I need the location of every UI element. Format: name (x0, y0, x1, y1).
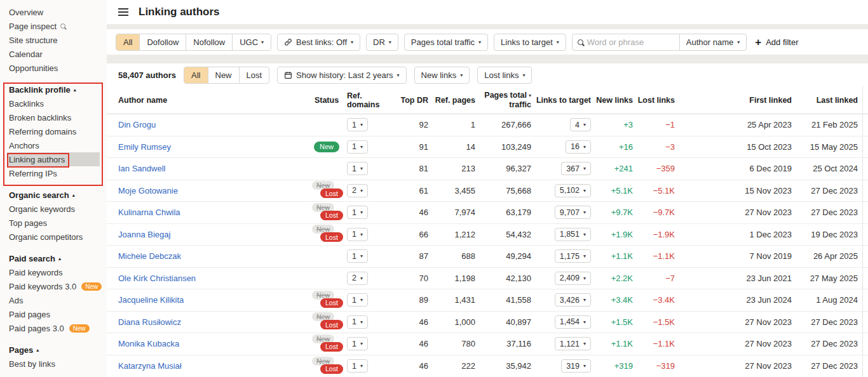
author-link[interactable]: Monika Kubacka (118, 339, 179, 348)
links-to-target-dropdown[interactable]: 5,102▾ (555, 184, 591, 197)
links-to-target-dropdown[interactable]: 1,175▾ (555, 249, 591, 263)
links-to-target-dropdown[interactable]: 1,454▾ (555, 315, 591, 329)
sidebar-item-paid-pages[interactable]: Paid pages (9, 307, 107, 321)
author-link[interactable]: Katarzyna Musiał (118, 361, 182, 371)
status-lost-button[interactable]: Lost (240, 67, 269, 83)
sidebar-item-overview[interactable]: Overview (9, 5, 107, 19)
col-header-author-name[interactable]: Author name (118, 96, 306, 105)
sidebar-section-title-backlink-profile[interactable]: Backlink profile▴ (9, 83, 107, 96)
ref-domains-dropdown[interactable]: 1▾ (347, 359, 368, 373)
ref-domains-value: 2 (352, 186, 356, 195)
links-to-target-dropdown[interactable]: 4▾ (570, 118, 591, 131)
table-row: Joanna BiegajNewLost1▾661,21254,4321,851… (107, 224, 868, 246)
author-link[interactable]: Michele Debczak (118, 251, 181, 261)
author-link[interactable]: Joanna Biegaj (118, 230, 170, 239)
links-to-target-dropdown[interactable]: Links to target▾ (494, 34, 566, 51)
col-header-ref-pages[interactable]: Ref. pages (428, 96, 475, 105)
author-link[interactable]: Ian Sandwell (118, 164, 165, 173)
sidebar-item-page-inspect[interactable]: Page inspect (9, 19, 107, 33)
sidebar-item-organic-keywords[interactable]: Organic keywords (9, 202, 107, 216)
links-to-target-dropdown[interactable]: 9,707▾ (555, 206, 591, 219)
pages-total-traffic-dropdown[interactable]: Pages total traffic▾ (404, 34, 488, 51)
author-link[interactable]: Jacqueline Kilikita (118, 295, 184, 305)
dr-dropdown[interactable]: DR▾ (366, 34, 398, 51)
ref-domains-dropdown[interactable]: 1▾ (347, 337, 368, 350)
col-header-lost-links[interactable]: Lost links (633, 96, 675, 105)
lost-links-cell: −1.5K (633, 317, 675, 327)
sidebar-item-ads[interactable]: Ads (9, 293, 107, 307)
ref-domains-dropdown[interactable]: 1▾ (347, 249, 368, 263)
sidebar-item-best-by-links[interactable]: Best by links (9, 357, 107, 371)
sidebar-item-top-pages[interactable]: Top pages (9, 216, 107, 230)
sidebar-item-calendar[interactable]: Calendar (9, 47, 107, 61)
sidebar-item-anchors[interactable]: Anchors (9, 138, 107, 152)
links-to-target-cell: 1,454▾ (531, 315, 591, 329)
col-header-links-to-target[interactable]: Links to target (531, 96, 591, 105)
filter-all-button[interactable]: All (116, 34, 140, 50)
sidebar-item-label: Paid pages 3.0 (9, 324, 64, 333)
sidebar-item-referring-domains[interactable]: Referring domains (9, 124, 107, 138)
links-to-target-dropdown[interactable]: 319▾ (561, 359, 591, 373)
author-link[interactable]: Din Grogu (118, 120, 156, 129)
sidebar-item-organic-competitors[interactable]: Organic competitors (9, 230, 107, 244)
author-link[interactable]: Ole Kirk Christiansen (118, 274, 196, 283)
links-to-target-dropdown[interactable]: 3,426▾ (555, 293, 591, 307)
sidebar-item-backlinks[interactable]: Backlinks (9, 96, 107, 110)
col-header-pages-total-traffic[interactable]: Pages total▾ traffic (475, 91, 531, 109)
sidebar-item-broken-backlinks[interactable]: Broken backlinks (9, 110, 107, 124)
sidebar-section-title-pages[interactable]: Pages▴ (9, 343, 107, 357)
sidebar-item-paid-keywords[interactable]: Paid keywords (9, 265, 107, 279)
ref-domains-dropdown[interactable]: 2▾ (347, 272, 368, 285)
author-link[interactable]: Moje Gotowanie (118, 186, 178, 195)
filter-ugc-dropdown[interactable]: UGC▾ (233, 34, 271, 50)
sidebar-item-site-structure[interactable]: Site structure (9, 33, 107, 47)
col-header-new-links[interactable]: New links (591, 96, 633, 105)
ref-domains-cell: 2▾ (347, 184, 397, 197)
ref-domains-dropdown[interactable]: 1▾ (347, 162, 368, 175)
ref-domains-dropdown[interactable]: 1▾ (347, 206, 368, 219)
search-field-dropdown[interactable]: Author name▾ (679, 34, 746, 50)
sidebar-item-paid-pages-3-0[interactable]: Paid pages 3.0New (9, 321, 107, 335)
lost-links-dropdown[interactable]: Lost links▾ (477, 67, 532, 84)
hamburger-menu-icon[interactable] (118, 11, 128, 13)
sidebar-item-linking-authors[interactable]: Linking authors (7, 152, 100, 166)
sidebar-item-label: Site structure (9, 36, 58, 45)
status-new-button[interactable]: New (208, 67, 240, 83)
filter-dofollow-button[interactable]: Dofollow (140, 34, 186, 50)
status-all-button[interactable]: All (184, 67, 208, 83)
sidebar-section-title-paid-search[interactable]: Paid search▴ (9, 251, 107, 265)
col-header-ref-domains[interactable]: Ref. domains (347, 91, 397, 109)
col-header-status[interactable]: Status (306, 96, 347, 105)
search-input[interactable] (587, 37, 663, 47)
links-to-target-dropdown[interactable]: 16▾ (566, 140, 591, 154)
col-header-first-linked[interactable]: First linked (731, 96, 792, 105)
status-lost-badge: Lost (320, 364, 343, 374)
ref-domains-dropdown[interactable]: 1▾ (347, 118, 368, 131)
links-to-target-dropdown[interactable]: 2,409▾ (555, 272, 591, 285)
new-links-dropdown[interactable]: New links▾ (414, 67, 470, 84)
col-header-top-dr[interactable]: Top DR (397, 96, 428, 105)
sidebar-item-opportunities[interactable]: Opportunities (9, 61, 107, 75)
col-header-last-linked[interactable]: Last linked (792, 96, 858, 105)
best-links-dropdown[interactable]: Best links: Off▾ (277, 34, 360, 51)
sidebar-section-title-organic-search[interactable]: Organic search▴ (9, 188, 107, 202)
links-to-target-dropdown[interactable]: 367▾ (561, 162, 591, 175)
ref-domains-dropdown[interactable]: 1▾ (347, 293, 368, 307)
last-linked-cell: 19 Dec 2023 (792, 230, 858, 239)
show-history-dropdown[interactable]: Show history: Last 2 years▾ (277, 67, 406, 84)
filter-nofollow-button[interactable]: Nofollow (186, 34, 233, 50)
author-link[interactable]: Emily Rumsey (118, 142, 171, 152)
ref-domains-dropdown[interactable]: 1▾ (347, 140, 368, 154)
add-filter-button[interactable]: + Add filter (755, 37, 798, 48)
ref-domains-dropdown[interactable]: 1▾ (347, 315, 368, 329)
sidebar-item-referring-ips[interactable]: Referring IPs (9, 166, 107, 180)
sidebar-item-paid-keywords-3-0[interactable]: Paid keywords 3.0New (9, 279, 107, 293)
ref-domains-dropdown[interactable]: 2▾ (347, 184, 368, 197)
follow-segmented-control: All Dofollow Nofollow UGC▾ (116, 34, 271, 51)
ref-domains-dropdown[interactable]: 1▾ (347, 228, 368, 241)
author-link[interactable]: Diana Rusiłowicz (118, 317, 181, 327)
author-link[interactable]: Kulinarna Chwila (118, 208, 180, 217)
links-to-target-dropdown[interactable]: 1,851▾ (555, 228, 591, 241)
links-to-target-dropdown[interactable]: 1,121▾ (555, 337, 591, 350)
new-links-cell: +1.5K (591, 317, 633, 327)
